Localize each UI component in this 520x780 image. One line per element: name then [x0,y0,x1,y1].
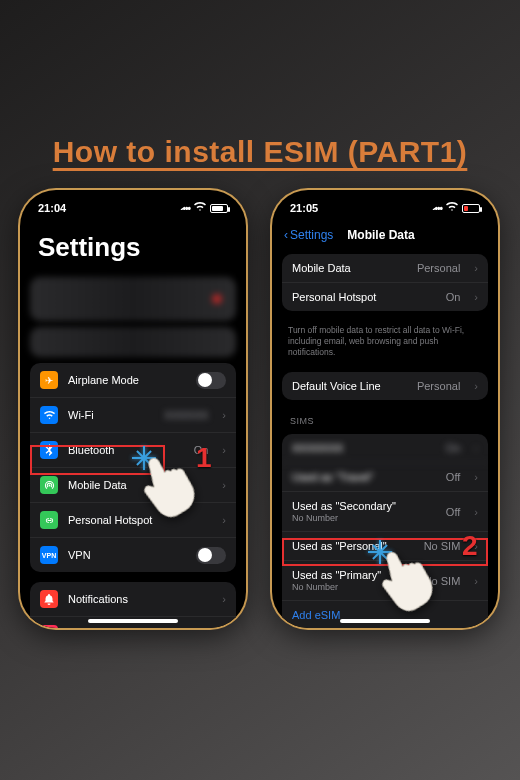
antenna-icon [40,476,58,494]
nav-bar: ‹ Settings Mobile Data [272,220,498,248]
chevron-right-icon: › [222,593,226,605]
wifi-icon [40,406,58,424]
footnote: Turn off mobile data to restrict all dat… [272,321,498,366]
battery-icon [210,204,228,213]
group-data-primary: Mobile Data Personal › Personal Hotspot … [282,254,488,311]
chevron-right-icon: › [474,262,478,274]
row-mobile-data[interactable]: Mobile Data Personal › [282,254,488,283]
row-value: No SIM [424,540,461,552]
notch [330,190,440,212]
row-value: On [446,442,461,454]
speaker-icon [40,625,58,628]
status-time: 21:04 [38,202,66,214]
chevron-right-icon: › [222,409,226,421]
home-indicator [340,619,430,623]
row-label: Wi-Fi [68,409,154,421]
apple-id-row-blurred[interactable] [30,277,236,321]
battery-icon [462,204,480,213]
chevron-right-icon: › [474,380,478,392]
back-label: Settings [290,228,333,242]
row-value: On [446,291,461,303]
chevron-right-icon: › [474,442,478,454]
group-voice: Default Voice Line Personal › [282,372,488,400]
row-sim-5[interactable]: Used as "Primary" No Number No SIM › [282,561,488,601]
step-2-number: 2 [462,530,478,562]
row-add-esim[interactable]: Add eSIM [282,601,488,628]
row-label: Used as "Personal" [292,540,414,552]
vpn-toggle[interactable] [196,547,226,564]
row-label: Mobile Data [68,479,212,491]
airplane-icon: ✈ [40,371,58,389]
chevron-right-icon: › [474,471,478,483]
status-time: 21:05 [290,202,318,214]
link-icon [40,511,58,529]
blurred-row[interactable] [30,327,236,357]
bell-icon [40,590,58,608]
row-sim-4[interactable]: Used as "Personal" No SIM › [282,532,488,561]
row-default-voice-line[interactable]: Default Voice Line Personal › [282,372,488,400]
row-personal-hotspot[interactable]: Personal Hotspot › [30,503,236,538]
status-icons: •••• [180,202,228,214]
row-label: Notifications [68,593,212,605]
chevron-right-icon: › [222,444,226,456]
row-value: Off [446,471,460,483]
airplane-toggle[interactable] [196,372,226,389]
row-label: VPN [68,549,186,561]
wifi-icon [446,202,458,214]
row-label: Used as "Travel" [292,471,436,483]
bluetooth-icon [40,441,58,459]
row-label: Used as "Primary" No Number [292,569,414,592]
chevron-right-icon: › [474,506,478,518]
chevron-right-icon: › [474,291,478,303]
row-label: Mobile Data [292,262,407,274]
row-sim-1[interactable]: XXXXXXX On › [282,434,488,463]
row-sim-2[interactable]: Used as "Travel" Off › [282,463,488,492]
row-value: Off [446,506,460,518]
row-value: No SIM [424,575,461,587]
wifi-icon [194,202,206,214]
row-label: Bluetooth [68,444,184,456]
chevron-right-icon: › [222,479,226,491]
row-label: Default Voice Line [292,380,407,392]
back-button[interactable]: ‹ Settings [284,228,333,242]
section-sims-label: SIMs [272,410,498,428]
vpn-icon: VPN [40,546,58,564]
row-label: Airplane Mode [68,374,186,386]
row-label: Personal Hotspot [292,291,436,303]
tutorial-title: How to install ESIM (PART1) [0,135,520,169]
chevron-left-icon: ‹ [284,228,288,242]
notch [78,190,188,212]
row-label: Personal Hotspot [68,514,212,526]
row-vpn[interactable]: VPN VPN [30,538,236,572]
home-indicator [88,619,178,623]
row-value: XXXXXX [164,409,208,421]
chevron-right-icon: › [222,514,226,526]
row-value: Personal [417,380,460,392]
group-sims: XXXXXXX On › Used as "Travel" Off › Used… [282,434,488,628]
row-label: XXXXXXX [292,442,436,454]
step-1-number: 1 [196,442,212,474]
row-value: Personal [417,262,460,274]
row-sim-3[interactable]: Used as "Secondary" No Number Off › [282,492,488,532]
chevron-right-icon: › [474,575,478,587]
status-icons: •••• [432,202,480,214]
row-personal-hotspot[interactable]: Personal Hotspot On › [282,283,488,311]
row-wifi[interactable]: Wi-Fi XXXXXX › [30,398,236,433]
phone-screenshot-1: 21:04 •••• Settings ✈ Airplane Mode [20,190,246,628]
row-airplane-mode[interactable]: ✈ Airplane Mode [30,363,236,398]
row-notifications[interactable]: Notifications › [30,582,236,617]
settings-header: Settings [20,220,246,271]
screen-title: Mobile Data [347,228,414,242]
row-label: Used as "Secondary" No Number [292,500,436,523]
phone-screenshot-2: 21:05 •••• ‹ Settings Mobile Data Mobile… [272,190,498,628]
